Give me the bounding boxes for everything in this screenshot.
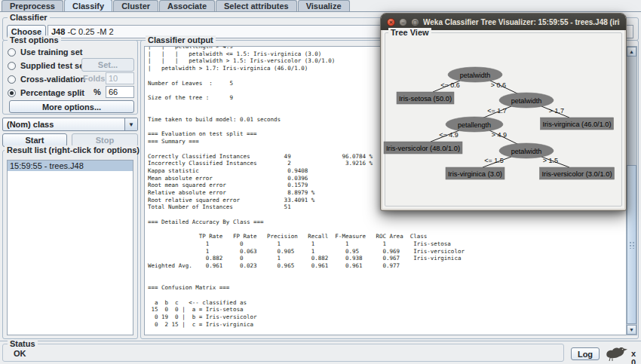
tab-preprocess[interactable]: Preprocess bbox=[2, 0, 63, 11]
result-list-item[interactable]: 15:59:55 - trees.J48 bbox=[8, 161, 133, 171]
maximize-icon[interactable]: ▢ bbox=[411, 18, 419, 26]
tree-edge-label: <= 1.7 bbox=[487, 107, 507, 115]
tree-edge-label: > 1.7 bbox=[549, 107, 564, 115]
set-button[interactable]: Set... bbox=[81, 58, 134, 72]
tree-view-panel: Tree View <= 0.6> 0.6<= 1.7> 1.7<= 4.9> … bbox=[382, 30, 624, 209]
tree-edge-label: > 1.5 bbox=[543, 157, 558, 164]
log-button[interactable]: Log bbox=[571, 347, 600, 360]
radio-supplied-test-set[interactable]: Supplied test set bbox=[8, 60, 87, 71]
radio-icon-use-training-set bbox=[8, 48, 16, 57]
tree-edge-label: <= 0.6 bbox=[440, 81, 460, 89]
tree-edge-label: > 4.9 bbox=[492, 131, 507, 139]
tree-edge-label: <= 1.5 bbox=[484, 157, 504, 164]
test-options-groupbox: Test options Use training set Supplied t… bbox=[2, 40, 138, 115]
test-options-title: Test options bbox=[8, 35, 61, 44]
result-list-groupbox: Result list (right-click for options) 15… bbox=[2, 150, 138, 339]
status-value: OK bbox=[14, 349, 26, 358]
classifier-output-title: Classifier output bbox=[146, 35, 216, 44]
minimize-icon[interactable]: – bbox=[399, 18, 407, 26]
scrollbar-grip-icon bbox=[629, 241, 636, 249]
tab-select-attributes[interactable]: Select attributes bbox=[216, 0, 297, 11]
more-options-button[interactable]: More options... bbox=[9, 100, 134, 113]
close-icon[interactable]: ✕ bbox=[387, 18, 395, 26]
tree-window-title: Weka Classifier Tree Visualizer: 15:59:5… bbox=[423, 18, 620, 26]
tree-node-label: petalwidth bbox=[511, 148, 542, 155]
percentage-split-field[interactable]: 66 bbox=[106, 86, 134, 98]
status-groupbox: Status OK bbox=[2, 344, 564, 362]
radio-icon-supplied-test-set bbox=[8, 62, 16, 70]
tree-node-label: Iris-versicolor (48.0/1.0) bbox=[386, 145, 460, 152]
tree-edge-label: <= 4.9 bbox=[439, 131, 459, 139]
tab-associate[interactable]: Associate bbox=[159, 0, 215, 11]
tree-node-label: petallength bbox=[458, 121, 491, 129]
folds-label: Folds bbox=[83, 74, 105, 83]
tree-node-label: Iris-versicolor (3.0/1.0) bbox=[542, 170, 612, 178]
radio-cross-validation[interactable]: Cross-validation bbox=[8, 74, 85, 84]
tree-edge-label: > 0.6 bbox=[491, 81, 506, 89]
result-list[interactable]: 15:59:55 - trees.J48 bbox=[7, 160, 133, 335]
radio-use-training-set[interactable]: Use training set bbox=[8, 47, 83, 57]
tree-svg[interactable]: <= 0.6> 0.6<= 1.7> 1.7<= 4.9> 4.9<= 1.5>… bbox=[382, 30, 624, 207]
classifier-groupbox-title: Classifier bbox=[8, 13, 50, 22]
percent-label: % bbox=[94, 87, 101, 96]
output-vertical-scrollbar[interactable]: ▲ ▼ bbox=[626, 46, 637, 335]
radio-icon-percentage-split bbox=[8, 89, 16, 97]
tree-visualizer-window: ✕ – ▢ Weka Classifier Tree Visualizer: 1… bbox=[380, 13, 627, 211]
class-attribute-combobox[interactable]: (Nom) class ▼ bbox=[2, 118, 138, 131]
tree-node-label: Iris-setosa (50.0) bbox=[399, 95, 452, 102]
tab-cluster[interactable]: Cluster bbox=[113, 0, 158, 11]
radio-percentage-split[interactable]: Percentage split bbox=[8, 87, 84, 98]
status-separator bbox=[0, 341, 641, 341]
chevron-down-icon[interactable]: ▼ bbox=[124, 118, 137, 130]
tab-bar: PreprocessClassifyClusterAssociateSelect… bbox=[0, 0, 641, 12]
log-counter: x 0 bbox=[631, 349, 641, 364]
status-title: Status bbox=[8, 339, 38, 348]
scroll-down-button[interactable]: ▼ bbox=[627, 325, 636, 335]
tab-visualize[interactable]: Visualize bbox=[298, 0, 350, 11]
weka-bird-icon bbox=[603, 346, 628, 362]
tree-node-label: Iris-virginica (46.0/1.0) bbox=[543, 121, 612, 128]
class-combobox-value: (Nom) class bbox=[3, 120, 124, 129]
scroll-up-button[interactable]: ▲ bbox=[627, 47, 636, 57]
result-list-title: Result list (right-click for options) bbox=[5, 145, 142, 154]
tree-node-label: petalwidth bbox=[460, 72, 491, 79]
folds-field[interactable]: 10 bbox=[106, 72, 134, 84]
classifier-scheme-options: -C 0.25 -M 2 bbox=[65, 27, 113, 36]
radio-icon-cross-validation bbox=[8, 75, 16, 84]
scrollbar-thumb[interactable] bbox=[627, 165, 636, 324]
tab-classify[interactable]: Classify bbox=[64, 0, 112, 11]
tree-node-label: Iris-virginica (3.0) bbox=[448, 170, 502, 178]
tree-node-label: petalwidth bbox=[511, 97, 542, 105]
